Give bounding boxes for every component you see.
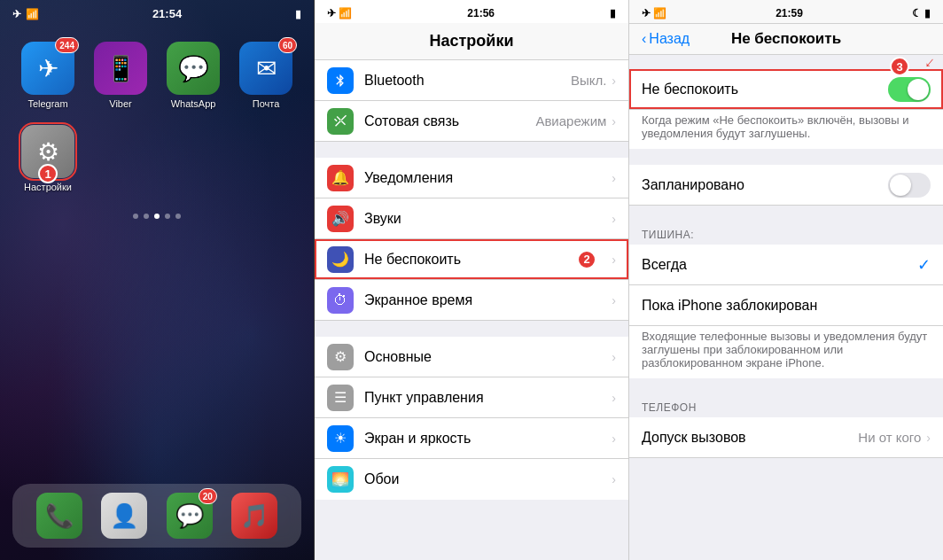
bluetooth-label: Bluetooth bbox=[364, 73, 571, 89]
app-telegram[interactable]: ✈ 244 Telegram bbox=[19, 42, 76, 109]
battery-icon: ▮ bbox=[295, 8, 301, 20]
donotdisturb-toggle[interactable] bbox=[888, 77, 931, 102]
notifications-icon: 🔔 bbox=[327, 165, 354, 191]
donotdisturb-toggle-label: Не беспокоить bbox=[642, 82, 888, 97]
settings-row-sounds[interactable]: 🔊 Звуки › bbox=[315, 198, 628, 239]
scheduled-toggle[interactable] bbox=[888, 173, 931, 198]
cellular-chevron: › bbox=[612, 114, 616, 128]
general-label: Основные bbox=[364, 349, 612, 365]
app-grid: ✈ 244 Telegram 📱 Viber 💬 WhatsApp ✉ 60 П bbox=[0, 24, 314, 201]
dot-5 bbox=[175, 214, 181, 219]
phone-header: ТЕЛЕФОН bbox=[629, 394, 943, 417]
silence-desc: Входящие телефонные вызовы и уведомления… bbox=[629, 326, 943, 378]
viber-icon: 📱 bbox=[94, 42, 147, 95]
silence-always-label: Всегда bbox=[642, 257, 910, 273]
allow-calls-chevron: › bbox=[926, 431, 931, 445]
screentime-label: Экранное время bbox=[364, 292, 612, 308]
donotdisturb-screen: ✈ 📶 21:59 ☾ ▮ ‹ Назад Не беспокоить ↓ 3 … bbox=[629, 0, 943, 560]
display-chevron: › bbox=[612, 432, 616, 446]
step2-badge: 2 bbox=[577, 250, 596, 269]
home-screen: ✈ 📶 21:54 ▮ ✈ 244 Telegram 📱 Viber 💬 bbox=[0, 0, 315, 560]
settings-list: Bluetooth Выкл. › Сотовая связь Авиарежи… bbox=[315, 60, 628, 560]
cellular-label: Сотовая связь bbox=[364, 113, 535, 129]
screentime-icon: ⏱ bbox=[327, 287, 354, 314]
airplane-icon: ✈ bbox=[12, 8, 21, 20]
status-icons-left-p3: ✈ 📶 bbox=[642, 7, 666, 19]
silence-locked-label: Пока iPhone заблокирован bbox=[642, 298, 931, 314]
allow-calls-label: Допуск вызовов bbox=[642, 430, 858, 446]
page-dots bbox=[0, 214, 314, 219]
settings-row-screentime[interactable]: ⏱ Экранное время › bbox=[315, 280, 628, 321]
whatsapp-icon: 💬 bbox=[167, 42, 220, 95]
cellular-icon bbox=[327, 108, 354, 135]
scheduled-row[interactable]: Запланировано bbox=[629, 165, 943, 206]
wifi-icon: 📶 bbox=[26, 8, 39, 20]
whatsapp-label: WhatsApp bbox=[171, 98, 216, 109]
donotdisturb-section: ↓ 3 Не беспокоить Когда режим «Не беспок… bbox=[629, 69, 943, 149]
donotdisturb-content: ↓ 3 Не беспокоить Когда режим «Не беспок… bbox=[629, 55, 943, 560]
settings-row-wallpaper[interactable]: 🌅 Обои › bbox=[315, 459, 628, 500]
silence-always-row[interactable]: Всегда ✓ bbox=[629, 245, 943, 285]
nav-title: Не беспокоить bbox=[731, 30, 841, 48]
battery-panel3: ☾ ▮ bbox=[912, 7, 931, 19]
settings-row-cellular[interactable]: Сотовая связь Авиарежим › bbox=[315, 101, 628, 142]
general-chevron: › bbox=[612, 350, 616, 364]
controlcenter-icon: ☰ bbox=[327, 385, 354, 411]
display-icon: ☀ bbox=[327, 425, 354, 452]
status-icons-left: ✈ 📶 bbox=[327, 7, 352, 19]
settings-row-display[interactable]: ☀ Экран и яркость › bbox=[315, 418, 628, 459]
scheduled-knob bbox=[890, 175, 911, 196]
settings-row-controlcenter[interactable]: ☰ Пункт управления › bbox=[315, 377, 628, 418]
silence-always-check: ✓ bbox=[917, 255, 931, 275]
back-label: Назад bbox=[649, 31, 690, 47]
dock-music[interactable]: 🎵 bbox=[231, 493, 277, 539]
screentime-chevron: › bbox=[612, 293, 616, 307]
bluetooth-value: Выкл. bbox=[571, 73, 606, 88]
sounds-chevron: › bbox=[612, 212, 616, 226]
silence-header: ТИШИНА: bbox=[629, 222, 943, 245]
viber-label: Viber bbox=[109, 98, 131, 109]
app-whatsapp[interactable]: 💬 WhatsApp bbox=[165, 42, 222, 109]
mail-badge: 60 bbox=[278, 37, 297, 53]
bluetooth-icon bbox=[327, 67, 354, 94]
controlcenter-chevron: › bbox=[612, 391, 616, 405]
general-icon: ⚙ bbox=[327, 344, 354, 370]
silence-locked-row[interactable]: Пока iPhone заблокирован bbox=[629, 285, 943, 326]
dot-2 bbox=[144, 214, 149, 219]
display-label: Экран и яркость bbox=[364, 431, 612, 447]
app-viber[interactable]: 📱 Viber bbox=[92, 42, 149, 109]
dock-contacts[interactable]: 👤 bbox=[101, 493, 147, 539]
allow-calls-value: Ни от кого bbox=[858, 430, 921, 445]
settings-row-bluetooth[interactable]: Bluetooth Выкл. › bbox=[315, 60, 628, 101]
dock-messages[interactable]: 💬 20 bbox=[167, 493, 213, 539]
app-settings[interactable]: ⚙ 1 Настройки bbox=[19, 125, 76, 192]
settings-row-notifications[interactable]: 🔔 Уведомления › bbox=[315, 158, 628, 198]
status-left: ✈ 📶 bbox=[12, 8, 39, 20]
dock-phone[interactable]: 📞 bbox=[36, 493, 82, 539]
clock-panel3: 21:59 bbox=[775, 7, 803, 19]
step1-badge: 1 bbox=[38, 164, 58, 183]
dock: 📞 👤 💬 20 🎵 bbox=[12, 484, 301, 548]
settings-row-donotdisturb[interactable]: 🌙 Не беспокоить 2 › bbox=[315, 239, 628, 280]
cellular-value: Авиарежим bbox=[535, 113, 606, 128]
sounds-label: Звуки bbox=[364, 211, 612, 227]
app-mail[interactable]: ✉ 60 Почта bbox=[238, 42, 294, 109]
notifications-label: Уведомления bbox=[364, 170, 612, 186]
nav-bar-panel3: ‹ Назад Не беспокоить bbox=[629, 24, 943, 55]
allow-calls-row[interactable]: Допуск вызовов Ни от кого › bbox=[629, 417, 943, 458]
back-button[interactable]: ‹ Назад bbox=[642, 31, 690, 47]
mail-label: Почта bbox=[253, 98, 280, 109]
settings-title: Настройки bbox=[315, 23, 628, 60]
status-bar-panel1: ✈ 📶 21:54 ▮ bbox=[0, 0, 314, 24]
clock-panel2: 21:56 bbox=[467, 7, 495, 19]
wallpaper-icon: 🌅 bbox=[327, 466, 354, 493]
bluetooth-chevron: › bbox=[612, 74, 616, 88]
status-bar-panel3: ✈ 📶 21:59 ☾ ▮ bbox=[629, 0, 943, 24]
dot-3 bbox=[154, 214, 160, 219]
settings-row-general[interactable]: ⚙ Основные › bbox=[315, 337, 628, 377]
controlcenter-label: Пункт управления bbox=[364, 390, 612, 406]
scheduled-label: Запланировано bbox=[642, 177, 888, 193]
settings-screen: ✈ 📶 21:56 ▮ Настройки Bluetooth Выкл. › … bbox=[315, 0, 629, 560]
dot-1 bbox=[133, 214, 138, 219]
wallpaper-chevron: › bbox=[612, 472, 616, 486]
